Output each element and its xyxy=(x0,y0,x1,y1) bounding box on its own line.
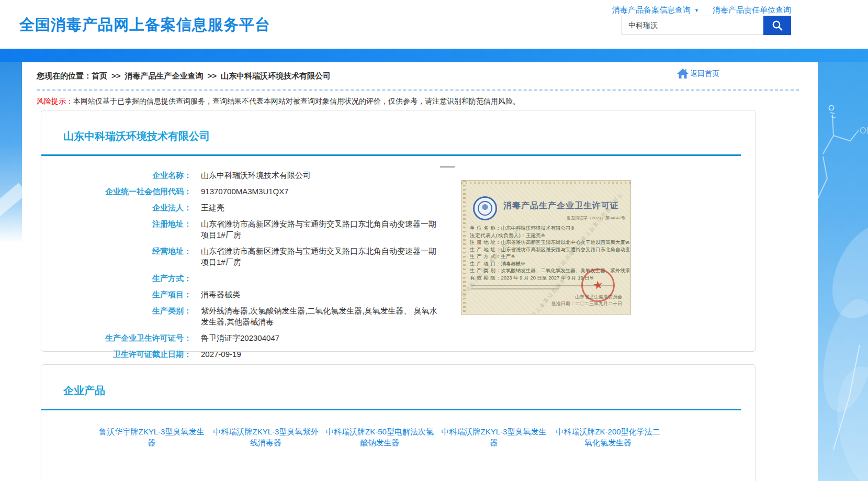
field-value: 山东省潍坊市高新区潍安路与宝通街交叉路口东北角自动变速器一期项目1#厂房 xyxy=(201,245,440,267)
seal-star-icon: ★ xyxy=(592,278,604,293)
certificate-line-label: 单 位 名 称： xyxy=(470,225,501,231)
certificate-line: 生 产 地 址：山东省潍坊市高新区潍安路与宝通街交叉路口东北角自动变速器一期 xyxy=(470,246,629,253)
field-label: 企业法人： xyxy=(41,202,191,213)
field-label: 注册地址： xyxy=(41,218,191,240)
certificate-number: 鲁卫消证字（2023）第04047号 xyxy=(567,215,625,221)
field-row: 生产类别： 紫外线消毒器,次氯酸钠发生器,二氧化氯发生器,臭氧发生器、 臭氧水发… xyxy=(41,305,756,327)
certificate-line-value: 山东中科瑞沃环境技术有限公司※ xyxy=(501,225,574,231)
field-label: 经营地址： xyxy=(41,245,191,267)
product-link[interactable]: 中科瑞沃牌ZK-50型电解法次氯酸钠发生器 xyxy=(324,426,436,448)
card-divider-line xyxy=(41,154,741,156)
field-value: 山东中科瑞沃环境技术有限公司 xyxy=(201,170,311,181)
certificate-line-value: 山东省潍坊市高新区潍安路与宝通街交叉路口东北角自动变速器一期 xyxy=(501,247,629,252)
certificate-line-label: 生 产 方 式： xyxy=(470,253,501,259)
field-row: 企业法人： 王建亮 xyxy=(41,202,756,213)
petal-shape xyxy=(0,183,22,217)
field-label: 企业名称： xyxy=(41,170,191,181)
header-divider-bar xyxy=(0,49,868,62)
certificate-line-label: 有 效 期 限： xyxy=(470,275,501,281)
certificate-line-value: 山东省潍坊高新区玉清东街以北中心次干道以西高新大厦902号科 xyxy=(501,239,629,245)
molecule-illustration: O OH xyxy=(818,62,868,481)
field-label: 卫生许可证截止日期： xyxy=(41,349,191,360)
breadcrumb: 您现在的位置：首页>>消毒产品生产企业查询>>山东中科瑞沃环境技术有限公司 xyxy=(37,71,331,81)
certificate-line-value: 次氯酸钠发生器、二氧化氯发生器、臭氧发生器、紫外线消毒器※ xyxy=(501,267,629,273)
health-commission-emblem-icon xyxy=(473,196,497,220)
search-icon xyxy=(771,19,784,32)
product-link[interactable]: 中科瑞沃牌ZKYL-3型臭氧发生器 xyxy=(438,426,550,448)
field-row: 注册地址： 山东省潍坊市高新区潍安路与宝通街交叉路口东北角自动变速器一期项目1#… xyxy=(41,218,756,240)
field-label: 生产方式： xyxy=(41,273,191,284)
field-row: 生产企业卫生许可证号： 鲁卫消证字202304047 xyxy=(41,332,756,343)
field-row: 卫生许可证截止日期： 2027-09-19 xyxy=(41,349,756,360)
home-icon xyxy=(677,69,689,79)
search-input[interactable] xyxy=(622,16,763,35)
top-nav: 消毒产品备案信息查询 ▼ 消毒产品责任单位查询 xyxy=(612,5,791,15)
certificate-border-ornament xyxy=(461,182,630,184)
breadcrumb-separator: >> xyxy=(111,71,121,80)
certificate-line: 生 产 项 目：消毒器械※ xyxy=(470,260,629,267)
certificate-line-label: 生 产 类 别： xyxy=(470,267,501,273)
breadcrumb-company-query[interactable]: 消毒产品生产企业查询 xyxy=(125,71,204,80)
certificate-line-value: 王建亮※ xyxy=(526,232,545,238)
site-title: 全国消毒产品网上备案信息服务平台 xyxy=(19,15,270,36)
site-header: 全国消毒产品网上备案信息服务平台 消毒产品备案信息查询 ▼ 消毒产品责任单位查询 xyxy=(0,0,868,49)
certificate-line: 法定代表人(或负责人)：王建亮※ xyxy=(470,232,629,239)
field-label: 生产类别： xyxy=(41,305,191,327)
products-section-title: 企业产品 xyxy=(63,384,756,398)
field-value: 王建亮 xyxy=(201,202,224,213)
nav-link-label: 消毒产品备案信息查询 xyxy=(612,5,691,15)
image-placeholder-dash xyxy=(440,166,455,167)
certificate-line-value: 2023 年 9 月 20 日至 2027 年 9 月 19 日※ xyxy=(501,275,593,281)
field-label: 生产项目： xyxy=(41,289,191,300)
certificate-line-label: 生 产 项 目： xyxy=(470,261,501,266)
certificate-line-label: 生 产 地 址： xyxy=(470,247,501,252)
field-row: 企业统一社会信用代码： 91370700MA3M3U1QX7 xyxy=(41,186,756,197)
certificate-line-value: 生产※ xyxy=(501,253,515,259)
svg-text:OH: OH xyxy=(860,126,868,135)
risk-warning: 风险提示：本网站仅基于已掌握的信息提供查询服务，查询结果不代表本网站对被查询对象… xyxy=(37,97,520,106)
dashed-divider xyxy=(37,90,799,91)
field-label: 企业统一社会信用代码： xyxy=(41,186,191,197)
svg-text:O: O xyxy=(828,103,835,112)
company-info-card: 山东中科瑞沃环境技术有限公司 企业名称： 山东中科瑞沃环境技术有限公司 企业统一… xyxy=(41,110,756,352)
field-value: 2027-09-19 xyxy=(201,349,241,360)
return-home-link[interactable]: 返回首页 xyxy=(677,69,719,79)
page: 全国消毒产品网上备案信息服务平台 消毒产品备案信息查询 ▼ 消毒产品责任单位查询 xyxy=(0,0,868,481)
field-row: 经营地址： 山东省潍坊市高新区潍安路与宝通街交叉路口东北角自动变速器一期项目1#… xyxy=(41,245,756,267)
background-photo-left xyxy=(0,62,22,243)
certificate-line-value: 消毒器械※ xyxy=(501,261,525,266)
background-photo-right: O OH xyxy=(818,62,868,481)
search-bar xyxy=(622,16,791,35)
field-value: 山东省潍坊市高新区潍安路与宝通街交叉路口东北角自动变速器一期项目1#厂房 xyxy=(201,218,440,240)
field-row: 生产方式： xyxy=(41,273,756,284)
company-fields: 企业名称： 山东中科瑞沃环境技术有限公司 企业统一社会信用代码： 9137070… xyxy=(41,170,756,360)
product-link[interactable]: 中科瑞沃牌ZKYL-3型臭氧紫外线消毒器 xyxy=(210,426,322,448)
product-link[interactable]: 中科瑞沃牌ZK-200型化学法二氧化氯发生器 xyxy=(552,426,664,448)
main-content: 您现在的位置：首页>>消毒产品生产企业查询>>山东中科瑞沃环境技术有限公司 返回… xyxy=(22,62,818,481)
certificate-line-label: 法定代表人(或负责人)： xyxy=(470,232,526,238)
return-home-label: 返回首页 xyxy=(690,69,719,79)
field-value: 鲁卫消证字202304047 xyxy=(201,332,279,343)
nav-link-responsible-unit-query[interactable]: 消毒产品责任单位查询 xyxy=(713,5,791,15)
search-button[interactable] xyxy=(763,16,791,35)
risk-warning-label: 风险提示： xyxy=(37,97,73,105)
field-value: 91370700MA3M3U1QX7 xyxy=(201,186,289,197)
risk-warning-text: 本网站仅基于已掌握的信息提供查询服务，查询结果不代表本网站对被查询对象信用状况的… xyxy=(73,97,520,105)
product-link[interactable]: 鲁沃华宇牌ZKYL-3型臭氧发生器 xyxy=(96,426,208,448)
field-label: 生产企业卫生许可证号： xyxy=(41,332,191,343)
certificate-line: 注 册 地 址：山东省潍坊高新区玉清东街以北中心次干道以西高新大厦902号科 xyxy=(470,239,629,246)
certificate-footnote-line xyxy=(471,288,559,289)
chevron-down-icon: ▼ xyxy=(694,8,699,13)
company-name-title: 山东中科瑞沃环境技术有限公司 xyxy=(63,129,756,143)
certificate-line: 单 位 名 称：山东中科瑞沃环境技术有限公司※ xyxy=(470,225,629,232)
breadcrumb-separator: >> xyxy=(208,71,217,80)
certificate-line: 生 产 方 式：生产※ xyxy=(470,253,629,260)
breadcrumb-prefix: 您现在的位置： xyxy=(37,71,92,80)
breadcrumb-current: 山东中科瑞沃环境技术有限公司 xyxy=(221,71,331,80)
field-row: 企业名称： 山东中科瑞沃环境技术有限公司 xyxy=(41,170,756,181)
product-link-list: 鲁沃华宇牌ZKYL-3型臭氧发生器 中科瑞沃牌ZKYL-3型臭氧紫外线消毒器 中… xyxy=(41,410,756,457)
breadcrumb-home[interactable]: 首页 xyxy=(92,71,107,80)
field-value: 紫外线消毒器,次氯酸钠发生器,二氧化氯发生器,臭氧发生器、 臭氧水发生器,其他器… xyxy=(201,305,440,327)
nav-link-record-info-query[interactable]: 消毒产品备案信息查询 ▼ xyxy=(612,5,699,15)
hygiene-license-certificate-image: 全国消毒产品网上备案信息服务平台 全国消毒产品网上备案信息服务平台 全国消毒产品… xyxy=(461,180,631,315)
